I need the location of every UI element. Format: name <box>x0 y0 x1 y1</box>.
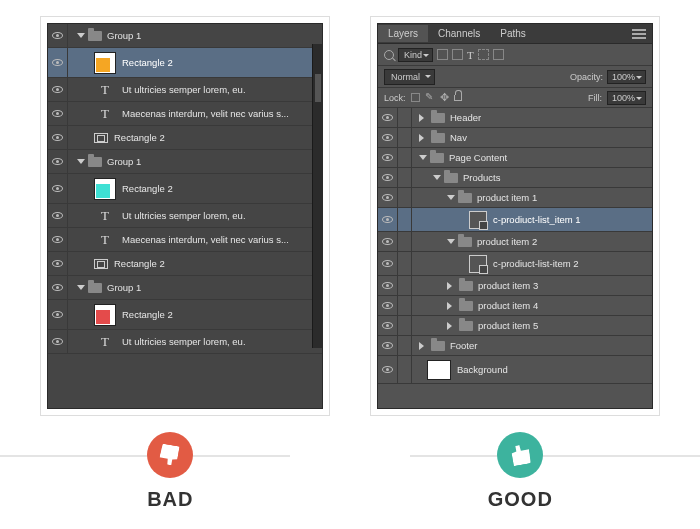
disclosure-down-icon[interactable] <box>77 285 85 294</box>
layer-row[interactable]: TUt ultricies semper lorem, eu. <box>48 330 322 354</box>
bad-layers-panel: Group 1Rectangle 2TUt ultricies semper l… <box>47 23 323 409</box>
layer-row[interactable]: product item 5 <box>378 316 652 336</box>
filter-type-icon[interactable]: T <box>467 49 474 61</box>
disclosure-right-icon[interactable] <box>419 134 428 142</box>
layer-row[interactable]: TMaecenas interdum, velit nec varius s..… <box>48 228 322 252</box>
disclosure-down-icon[interactable] <box>447 195 455 204</box>
visibility-eye-icon[interactable] <box>52 311 63 318</box>
layer-row[interactable]: product item 1 <box>378 188 652 208</box>
visibility-eye-icon[interactable] <box>52 158 63 165</box>
folder-icon <box>458 237 472 247</box>
filter-adjust-icon[interactable] <box>452 49 463 60</box>
disclosure-down-icon[interactable] <box>447 239 455 248</box>
lock-pixels-icon[interactable] <box>425 93 435 103</box>
visibility-eye-icon[interactable] <box>52 338 63 345</box>
bad-badge-column: BAD <box>147 432 193 511</box>
kind-dropdown[interactable]: Kind <box>398 48 433 62</box>
visibility-eye-icon[interactable] <box>382 194 393 201</box>
disclosure-right-icon[interactable] <box>447 302 456 310</box>
visibility-eye-icon[interactable] <box>382 366 393 373</box>
visibility-eye-icon[interactable] <box>382 114 393 121</box>
visibility-eye-icon[interactable] <box>52 236 63 243</box>
layer-row[interactable]: Rectangle 2 <box>48 300 322 330</box>
tab-layers[interactable]: Layers <box>378 25 428 42</box>
folder-icon <box>458 193 472 203</box>
folder-icon <box>431 341 445 351</box>
tab-paths[interactable]: Paths <box>490 25 536 42</box>
lock-all-icon[interactable] <box>454 95 462 101</box>
visibility-eye-icon[interactable] <box>52 59 63 66</box>
fill-value[interactable]: 100% <box>607 91 646 105</box>
visibility-eye-icon[interactable] <box>382 322 393 329</box>
layer-row[interactable]: TMaecenas interdum, velit nec varius s..… <box>48 102 322 126</box>
visibility-eye-icon[interactable] <box>52 110 63 117</box>
visibility-eye-icon[interactable] <box>52 284 63 291</box>
layer-row[interactable]: Rectangle 2 <box>48 174 322 204</box>
disclosure-right-icon[interactable] <box>419 342 428 350</box>
blend-mode-dropdown[interactable]: Normal <box>384 69 435 85</box>
opacity-value[interactable]: 100% <box>607 70 646 84</box>
lock-position-icon[interactable]: ✥ <box>440 91 449 104</box>
visibility-eye-icon[interactable] <box>382 302 393 309</box>
tab-channels[interactable]: Channels <box>428 25 490 42</box>
visibility-eye-icon[interactable] <box>382 216 393 223</box>
layer-row[interactable]: product item 2 <box>378 232 652 252</box>
layer-name: c-prodiuct-list_item 1 <box>493 214 652 225</box>
group-row[interactable]: Group 1 <box>48 24 322 48</box>
disclosure-right-icon[interactable] <box>419 114 428 122</box>
layer-row[interactable]: TUt ultricies semper lorem, eu. <box>48 204 322 228</box>
layer-row[interactable]: Footer <box>378 336 652 356</box>
visibility-eye-icon[interactable] <box>382 282 393 289</box>
visibility-eye-icon[interactable] <box>382 342 393 349</box>
disclosure-down-icon[interactable] <box>433 175 441 184</box>
folder-icon <box>444 173 458 183</box>
visibility-eye-icon[interactable] <box>382 260 393 267</box>
visibility-eye-icon[interactable] <box>382 238 393 245</box>
layer-row[interactable]: c-prodiuct-list-item 2 <box>378 252 652 276</box>
group-row[interactable]: Group 1 <box>48 150 322 174</box>
layer-row[interactable]: Products <box>378 168 652 188</box>
folder-icon <box>459 321 473 331</box>
filter-shape-icon[interactable] <box>478 49 489 60</box>
disclosure-down-icon[interactable] <box>419 155 427 164</box>
lock-transparent-icon[interactable] <box>411 93 420 102</box>
visibility-eye-icon[interactable] <box>52 185 63 192</box>
disclosure-right-icon[interactable] <box>447 322 456 330</box>
layer-row[interactable]: product item 3 <box>378 276 652 296</box>
panel-menu-icon[interactable] <box>632 29 646 39</box>
visibility-eye-icon[interactable] <box>382 154 393 161</box>
layer-row[interactable]: Rectangle 2 <box>48 126 322 150</box>
visibility-eye-icon[interactable] <box>52 260 63 267</box>
visibility-eye-icon[interactable] <box>52 134 63 141</box>
visibility-eye-icon[interactable] <box>52 212 63 219</box>
panel-scrollbar[interactable] <box>312 44 322 348</box>
disclosure-down-icon[interactable] <box>77 159 85 168</box>
layer-row[interactable]: TUt ultricies semper lorem, eu. <box>48 78 322 102</box>
shape-thumb-icon <box>94 304 116 326</box>
disclosure-right-icon[interactable] <box>447 282 456 290</box>
type-layer-icon: T <box>94 106 116 122</box>
filter-smart-icon[interactable] <box>493 49 504 60</box>
layer-name: product item 5 <box>478 320 652 331</box>
layer-row[interactable]: Page Content <box>378 148 652 168</box>
layer-row[interactable]: Rectangle 2 <box>48 48 322 78</box>
visibility-eye-icon[interactable] <box>52 32 63 39</box>
folder-icon <box>459 301 473 311</box>
layer-name: product item 1 <box>477 192 652 203</box>
visibility-eye-icon[interactable] <box>52 86 63 93</box>
layer-row[interactable]: Header <box>378 108 652 128</box>
disclosure-down-icon[interactable] <box>77 33 85 42</box>
layer-row[interactable]: Nav <box>378 128 652 148</box>
fill-label: Fill: <box>588 93 602 103</box>
layer-row[interactable]: Background <box>378 356 652 384</box>
layer-name: Ut ultricies semper lorem, eu. <box>122 84 322 95</box>
visibility-eye-icon[interactable] <box>382 134 393 141</box>
layer-row[interactable]: product item 4 <box>378 296 652 316</box>
filter-pixel-icon[interactable] <box>437 49 448 60</box>
layer-row[interactable]: Rectangle 2 <box>48 252 322 276</box>
folder-icon <box>88 31 102 41</box>
smart-object-icon <box>469 255 487 273</box>
group-row[interactable]: Group 1 <box>48 276 322 300</box>
layer-row[interactable]: c-prodiuct-list_item 1 <box>378 208 652 232</box>
visibility-eye-icon[interactable] <box>382 174 393 181</box>
